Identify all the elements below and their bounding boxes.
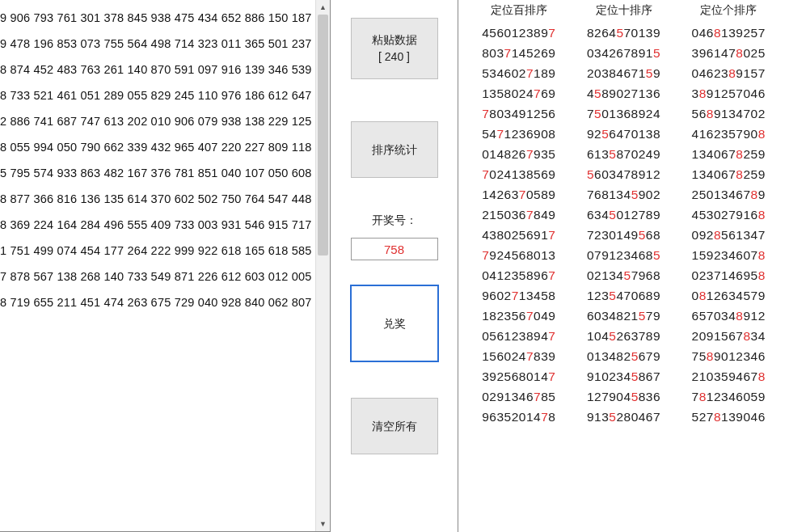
col-header-hundreds: 定位百排序 <box>466 3 572 18</box>
data-line: 9 906 793 761 301 378 845 938 475 434 65… <box>0 5 327 31</box>
sort-stats-button[interactable]: 排序统计 <box>351 121 438 178</box>
col-header-ones: 定位个排序 <box>676 3 781 18</box>
results-header-row: 定位百排序 定位十排序 定位个排序 <box>466 3 781 23</box>
sequence-value: 1235470689 <box>587 285 660 306</box>
left-data-panel: 9 906 793 761 301 378 845 938 475 434 65… <box>0 0 331 532</box>
sequence-value: 1426370589 <box>482 184 555 205</box>
sequence-value: 4380256917 <box>482 225 555 245</box>
results-column: 8264570139034267891520384671594589027136… <box>572 23 677 427</box>
data-line: 1 751 499 074 454 177 264 222 999 922 61… <box>0 238 327 264</box>
sequence-value: 1560247839 <box>482 346 555 366</box>
sequence-value: 1823567049 <box>482 306 555 326</box>
sequence-value: 5346027189 <box>482 63 555 83</box>
sequence-value: 7803491256 <box>482 103 555 124</box>
sequence-value: 4589027136 <box>587 83 660 103</box>
sequence-value: 0561238947 <box>482 326 555 346</box>
sequence-value: 1358024769 <box>482 83 555 103</box>
sequence-value: 3891257046 <box>692 83 766 103</box>
sequence-value: 8264570139 <box>587 23 660 43</box>
sequence-value: 3961478025 <box>692 43 766 63</box>
sequence-value: 3925680147 <box>482 366 555 386</box>
sequence-value: 2091567834 <box>692 326 766 346</box>
control-panel: 粘贴数据 [ 240 ] 排序统计 开奖号： 758 兑奖 清空所有 <box>331 0 458 532</box>
clear-all-label: 清空所有 <box>372 418 417 435</box>
sequence-value: 7501368924 <box>587 103 660 124</box>
data-line: 2 886 741 687 747 613 202 010 906 079 93… <box>0 108 327 134</box>
scroll-down-arrow-icon[interactable]: ▼ <box>316 517 330 531</box>
data-line: 8 733 521 461 051 289 055 829 245 110 97… <box>0 82 327 108</box>
sequence-value: 2038467159 <box>587 63 660 83</box>
sequence-value: 0412358967 <box>482 265 555 285</box>
sequence-value: 2150367849 <box>482 205 555 225</box>
data-line: 7 878 567 138 268 140 733 549 871 226 61… <box>0 264 327 289</box>
sequence-value: 6135870249 <box>587 144 660 164</box>
data-line: 9 478 196 853 073 755 564 498 714 323 01… <box>0 31 327 57</box>
sequence-value: 7812346059 <box>692 386 766 407</box>
sequence-value: 0928561347 <box>692 225 766 245</box>
sequence-value: 1592346078 <box>692 245 766 265</box>
sequence-value: 6570348912 <box>692 306 766 326</box>
redeem-button[interactable]: 兑奖 <box>350 285 439 362</box>
sequence-value: 7230149568 <box>587 225 660 245</box>
sequence-value: 9135280467 <box>587 407 660 427</box>
sequence-value: 7024138569 <box>482 164 555 184</box>
col-header-tens: 定位十排序 <box>572 3 677 18</box>
sequence-value: 4560123897 <box>482 23 555 43</box>
sort-stats-label: 排序统计 <box>372 141 417 158</box>
data-line: 8 055 994 050 790 662 339 432 965 407 22… <box>0 134 327 160</box>
draw-number-input[interactable]: 758 <box>351 238 438 260</box>
sequence-value: 0213457968 <box>587 265 660 285</box>
sequence-value: 5689134702 <box>692 103 766 124</box>
sequence-value: 7924568013 <box>482 245 555 265</box>
sequence-value: 1279045836 <box>587 386 660 407</box>
right-results-panel: 定位百排序 定位十排序 定位个排序 4560123897803714526953… <box>458 0 789 532</box>
sequence-value: 0468139257 <box>692 23 766 43</box>
scroll-thumb[interactable] <box>318 15 328 255</box>
draw-number-value: 758 <box>384 243 404 256</box>
data-line: 8 369 224 164 284 496 555 409 733 003 93… <box>0 212 327 238</box>
sequence-value: 0791234685 <box>587 245 660 265</box>
sequence-value: 0148267935 <box>482 144 555 164</box>
data-line: 8 719 655 211 451 474 263 675 729 040 92… <box>0 289 327 315</box>
data-line: 8 874 452 483 763 261 140 870 591 097 91… <box>0 57 327 82</box>
sequence-value: 9635201478 <box>482 407 555 427</box>
sequence-value: 1045263789 <box>587 326 660 346</box>
sequence-value: 1340678259 <box>692 164 766 184</box>
sequence-value: 7681345902 <box>587 184 660 205</box>
draw-number-label: 开奖号： <box>372 213 417 228</box>
sequence-value: 6345012789 <box>587 205 660 225</box>
sequence-value: 9256470138 <box>587 124 660 144</box>
left-scrollbar[interactable]: ▲ ▼ <box>315 0 330 531</box>
clear-all-button[interactable]: 清空所有 <box>351 398 438 454</box>
sequence-value: 1340678259 <box>692 144 766 164</box>
sequence-value: 4162357908 <box>692 124 766 144</box>
sequence-value: 8037145269 <box>482 43 555 63</box>
paste-data-label: 粘贴数据 <box>372 32 417 49</box>
sequence-value: 5278139046 <box>692 407 766 427</box>
sequence-value: 5603478912 <box>587 164 660 184</box>
sequence-value: 0342678915 <box>587 43 660 63</box>
paste-data-count: [ 240 ] <box>378 49 410 65</box>
sequence-value: 2501346789 <box>692 184 766 205</box>
scroll-up-arrow-icon[interactable]: ▲ <box>316 0 330 15</box>
sequence-value: 6034821579 <box>587 306 660 326</box>
sequence-value: 0812634579 <box>692 285 766 306</box>
results-column: 4560123897803714526953460271891358024769… <box>466 23 572 427</box>
sequence-value: 2103594678 <box>692 366 766 386</box>
sequence-value: 9602713458 <box>482 285 555 306</box>
results-body: 4560123897803714526953460271891358024769… <box>466 23 781 427</box>
left-data-list: 9 906 793 761 301 378 845 938 475 434 65… <box>0 0 330 531</box>
results-column: 0468139257396147802504623891573891257046… <box>676 23 781 427</box>
scroll-track[interactable] <box>316 15 330 517</box>
sequence-value: 4530279168 <box>692 205 766 225</box>
sequence-value: 9102345867 <box>587 366 660 386</box>
paste-data-button[interactable]: 粘贴数据 [ 240 ] <box>351 18 438 79</box>
data-line: 5 795 574 933 863 482 167 376 781 851 04… <box>0 160 327 186</box>
sequence-value: 5471236908 <box>482 124 555 144</box>
sequence-value: 0237146958 <box>692 265 766 285</box>
data-line: 8 877 366 816 136 135 614 370 602 502 75… <box>0 186 327 212</box>
sequence-value: 0462389157 <box>692 63 766 83</box>
sequence-value: 7589012346 <box>692 346 766 366</box>
sequence-value: 0291346785 <box>482 386 555 407</box>
redeem-label: 兑奖 <box>383 315 406 332</box>
